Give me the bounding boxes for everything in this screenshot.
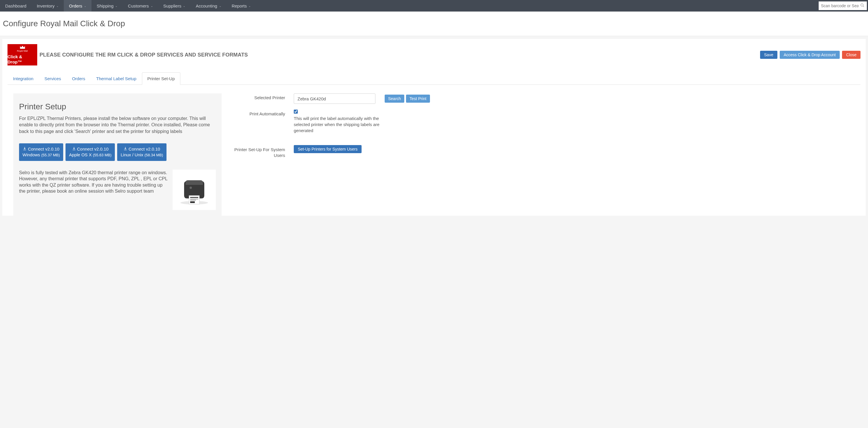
nav-inventory[interactable]: Inventory ⌄ [31,0,64,11]
nav-label: Reports [232,3,247,8]
chevron-down-icon: ⌄ [56,4,59,7]
tab-printer-setup[interactable]: Printer Set-Up [142,72,180,85]
dl-line2: Windows [23,152,40,157]
tab-integration[interactable]: Integration [7,72,39,85]
chevron-down-icon: ⌄ [84,4,86,7]
nav-customers[interactable]: Customers ⌄ [123,0,158,11]
dl-size: (55.37 MB) [41,153,60,157]
nav-dashboard[interactable]: Dashboard [0,0,31,11]
download-icon [124,146,128,152]
setup-system-users-button[interactable]: Set-Up Printers for System Users [294,145,362,153]
tab-services[interactable]: Services [39,72,67,85]
dl-line2: Apple OS X [69,152,91,157]
selected-printer-label: Selected Printer [230,93,285,100]
nav-accounting[interactable]: Accounting ⌄ [190,0,226,11]
nav-label: Suppliers [163,3,182,8]
chevron-down-icon: ⌄ [151,4,153,7]
chevron-down-icon: ⌄ [115,4,118,7]
nav-shipping[interactable]: Shipping ⌄ [91,0,123,11]
nav-orders[interactable]: Orders ⌄ [64,0,91,11]
printer-setup-panel: Printer Setup For EPL/ZPL Thermal Printe… [13,93,222,216]
print-auto-checkbox[interactable] [294,109,298,113]
print-auto-label: Print Automatically [230,109,285,116]
download-osx-button[interactable]: Connect v2.0.10 Apple OS X (55.63 MB) [65,143,115,161]
logo-text-bottom: Click & Drop™ [7,54,37,65]
chevron-down-icon: ⌄ [183,4,185,7]
page-title-bar: Configure Royal Mail Click & Drop [0,11,868,36]
svg-line-1 [863,6,864,7]
nav-reports[interactable]: Reports ⌄ [226,0,256,11]
config-card: Royal Mail Click & Drop™ PLEASE CONFIGUR… [2,39,866,216]
dl-size: (55.63 MB) [93,153,112,157]
print-auto-help: This will print the label automatically … [294,116,380,134]
crown-icon [19,45,26,50]
scan-barcode-input[interactable] [821,3,859,8]
dl-line1: Connect v2.0.10 [77,146,108,152]
tab-thermal-label-setup[interactable]: Thermal Label Setup [91,72,142,85]
download-icon [72,146,77,152]
dl-size: (58.34 MB) [145,153,163,157]
access-account-button[interactable]: Access Click & Drop Account [780,51,840,59]
nav-label: Dashboard [5,3,26,8]
svg-rect-6 [190,200,196,200]
search-icon [860,3,865,9]
dl-line1: Connect v2.0.10 [28,146,59,152]
logo-text-top: Royal Mail [17,50,28,53]
tabs: Integration Services Orders Thermal Labe… [7,72,861,85]
svg-rect-4 [190,197,198,198]
dl-line1: Connect v2.0.10 [129,146,160,152]
nav-suppliers[interactable]: Suppliers ⌄ [158,0,191,11]
nav-label: Accounting [196,3,217,8]
download-linux-button[interactable]: Connect v2.0.10 Linux / Unix (58.34 MB) [117,143,166,161]
chevron-down-icon: ⌄ [248,4,251,7]
svg-point-0 [861,3,863,6]
svg-rect-7 [190,201,195,203]
printer-setup-desc: For EPL/ZPL Thermal Printers, please ins… [19,116,216,135]
dl-line2: Linux / Unix [121,152,143,157]
save-button[interactable]: Save [760,51,777,59]
royal-mail-logo: Royal Mail Click & Drop™ [7,44,37,65]
system-users-label: Printer Set-Up For System Users [230,145,285,158]
selected-printer-input[interactable] [294,93,375,104]
close-button[interactable]: Close [842,51,861,59]
chevron-down-icon: ⌄ [219,4,221,7]
svg-point-8 [190,187,192,189]
scan-barcode-box[interactable] [819,1,867,10]
nav-label: Customers [128,3,149,8]
download-icon [23,146,28,152]
nav-label: Shipping [97,3,114,8]
download-windows-button[interactable]: Connect v2.0.10 Windows (55.37 MB) [19,143,63,161]
test-print-button[interactable]: Test Print [406,95,430,103]
top-nav: Dashboard Inventory ⌄ Orders ⌄ Shipping … [0,0,868,11]
printer-info-text: Selro is fully tested with Zebra GK420 t… [19,170,167,210]
svg-rect-5 [190,199,198,199]
printer-image [173,170,216,210]
nav-label: Orders [69,3,82,8]
config-heading: PLEASE CONFIGURE THE RM CLICK & DROP SER… [39,52,248,58]
search-printer-button[interactable]: Search [385,95,404,103]
nav-label: Inventory [37,3,55,8]
printer-form: Selected Printer Search Test Print Print… [230,93,861,216]
page-title: Configure Royal Mail Click & Drop [3,19,865,28]
tab-orders[interactable]: Orders [66,72,91,85]
printer-setup-title: Printer Setup [19,102,216,111]
